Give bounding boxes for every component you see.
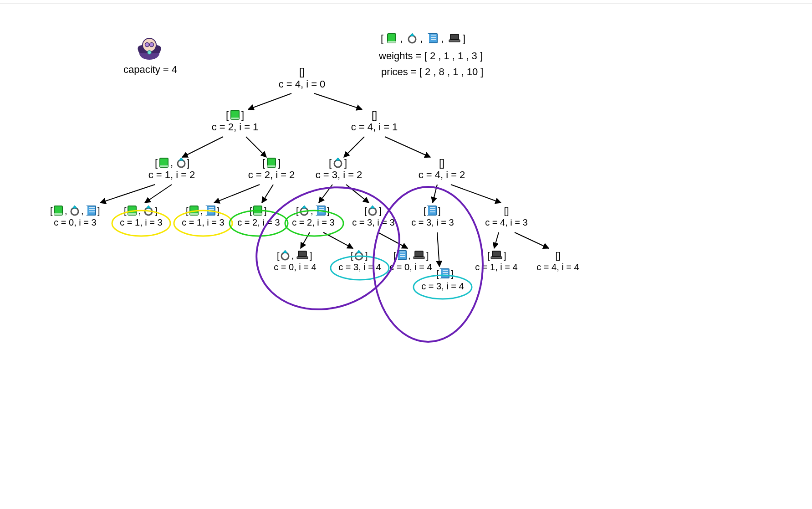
edge bbox=[314, 93, 362, 109]
node-LL-state: c = 1, i = 2 bbox=[148, 169, 195, 180]
svg-text:,: , bbox=[420, 33, 423, 44]
svg-text:]: ] bbox=[241, 109, 244, 121]
edge bbox=[246, 137, 266, 157]
highlight-purple bbox=[239, 168, 417, 329]
svg-text:[: [ bbox=[351, 251, 353, 261]
node-RRR-L-state: c = 1, i = 4 bbox=[475, 262, 517, 272]
node-RLL-R-state: c = 3, i = 4 bbox=[338, 262, 381, 272]
ring-icon bbox=[369, 206, 376, 215]
node-RRR-R-state: c = 4, i = 4 bbox=[536, 262, 579, 272]
node-root-state: c = 4, i = 0 bbox=[279, 78, 326, 90]
svg-text:]: ] bbox=[463, 33, 465, 44]
laptop-icon bbox=[297, 251, 308, 259]
edge bbox=[182, 137, 223, 157]
svg-text:[: [ bbox=[155, 157, 158, 169]
node-RLL: [ , ] c = 2, i = 3 bbox=[292, 206, 334, 227]
node-L: [ ] c = 2, i = 1 bbox=[212, 109, 259, 133]
prices-label: prices = [ 2 , 8 , 1 , 10 ] bbox=[381, 66, 483, 77]
svg-text:]: ] bbox=[187, 157, 189, 169]
node-RLL-state: c = 2, i = 3 bbox=[292, 217, 334, 227]
svg-text:]: ] bbox=[327, 206, 330, 216]
ring-icon bbox=[334, 158, 342, 167]
svg-text:[: [ bbox=[262, 157, 265, 169]
svg-text:[: [ bbox=[364, 206, 367, 216]
items-legend: [ , , , ] bbox=[381, 33, 465, 44]
node-RRR-items: [] bbox=[504, 206, 509, 216]
edge bbox=[385, 137, 430, 157]
notebook-icon bbox=[427, 206, 436, 215]
book-icon bbox=[388, 34, 396, 43]
edge bbox=[145, 185, 172, 203]
node-RR-state: c = 4, i = 2 bbox=[419, 169, 465, 180]
edge bbox=[262, 185, 273, 203]
node-RLL-L-state: c = 0, i = 4 bbox=[274, 262, 316, 272]
edge bbox=[378, 232, 408, 248]
node-RLR-state: c = 3, i = 3 bbox=[352, 217, 394, 227]
node-RRL-state: c = 3, i = 3 bbox=[411, 217, 454, 227]
svg-text:]: ] bbox=[379, 206, 382, 216]
node-LLL-state: c = 0, i = 3 bbox=[54, 217, 96, 227]
node-RR: [] c = 4, i = 2 bbox=[419, 157, 465, 180]
notebook-icon bbox=[87, 206, 96, 215]
svg-text:,: , bbox=[441, 33, 444, 44]
node-RRR-R: [] c = 4, i = 4 bbox=[536, 251, 579, 272]
weights-label: weights = [ 2 , 1 , 1 , 3 ] bbox=[378, 50, 483, 62]
ring-icon bbox=[71, 206, 78, 215]
svg-text:]: ] bbox=[97, 206, 100, 216]
laptop-icon bbox=[414, 251, 424, 259]
node-RLR-R-state: c = 3, i = 4 bbox=[421, 281, 464, 291]
ring-icon bbox=[409, 33, 416, 43]
book-icon bbox=[160, 158, 168, 167]
book-icon bbox=[231, 110, 239, 119]
node-LR-state: c = 2, i = 2 bbox=[248, 169, 295, 180]
svg-text:,: , bbox=[408, 251, 411, 261]
node-R-items: [] bbox=[372, 109, 377, 121]
node-RL: [ ] c = 3, i = 2 bbox=[316, 157, 363, 180]
svg-text:[: [ bbox=[436, 269, 439, 279]
svg-text:]: ] bbox=[344, 157, 347, 169]
svg-text:,: , bbox=[170, 157, 173, 169]
svg-text:[: [ bbox=[424, 206, 426, 216]
svg-text:]: ] bbox=[278, 157, 281, 169]
svg-text:[: [ bbox=[381, 33, 383, 44]
node-LRR-state: c = 2, i = 3 bbox=[237, 217, 280, 227]
node-R-state: c = 4, i = 1 bbox=[351, 121, 398, 133]
svg-text:]: ] bbox=[155, 206, 158, 216]
node-RR-items: [] bbox=[439, 157, 444, 169]
svg-text:]: ] bbox=[310, 251, 312, 261]
ring-icon bbox=[178, 158, 185, 167]
svg-text:[: [ bbox=[487, 251, 490, 261]
svg-text:[: [ bbox=[50, 206, 53, 216]
node-LLL: [ , , ] c = 0, i = 3 bbox=[50, 206, 100, 227]
edge bbox=[346, 185, 369, 203]
svg-text:[: [ bbox=[277, 251, 280, 261]
node-RRR-R-items: [] bbox=[555, 251, 560, 261]
svg-text:]: ] bbox=[504, 251, 506, 261]
node-LRL-state: c = 1, i = 3 bbox=[182, 217, 224, 227]
edge bbox=[100, 185, 155, 203]
svg-text:[: [ bbox=[329, 157, 332, 169]
svg-text:[: [ bbox=[124, 206, 127, 216]
diagram-canvas: capacity = 4 [ , , , ] weights = [ 2 , 1… bbox=[0, 0, 812, 509]
svg-text:,: , bbox=[65, 206, 67, 216]
node-RRL: [ ] c = 3, i = 3 bbox=[411, 206, 454, 227]
node-L-state: c = 2, i = 1 bbox=[212, 121, 259, 133]
svg-text:[: [ bbox=[226, 109, 229, 121]
node-LR: [ ] c = 2, i = 2 bbox=[248, 157, 295, 180]
book-icon bbox=[54, 206, 62, 215]
notebook-icon bbox=[440, 269, 449, 278]
node-LRL: [ , ] c = 1, i = 3 bbox=[182, 206, 224, 227]
laptop-icon bbox=[491, 251, 502, 259]
svg-text:]: ] bbox=[217, 206, 220, 216]
svg-text:,: , bbox=[81, 206, 84, 216]
node-root: [] c = 4, i = 0 bbox=[279, 66, 326, 90]
node-R: [] c = 4, i = 1 bbox=[351, 109, 398, 133]
node-RL-state: c = 3, i = 2 bbox=[316, 169, 363, 180]
node-LRR: [ ] c = 2, i = 3 bbox=[237, 206, 280, 227]
node-root-items: [] bbox=[299, 66, 305, 77]
svg-text:]: ] bbox=[451, 269, 454, 279]
ring-icon bbox=[281, 250, 289, 260]
node-LL: [ , ] c = 1, i = 2 bbox=[148, 157, 195, 180]
laptop-icon bbox=[449, 34, 460, 42]
svg-text:[: [ bbox=[186, 206, 189, 216]
